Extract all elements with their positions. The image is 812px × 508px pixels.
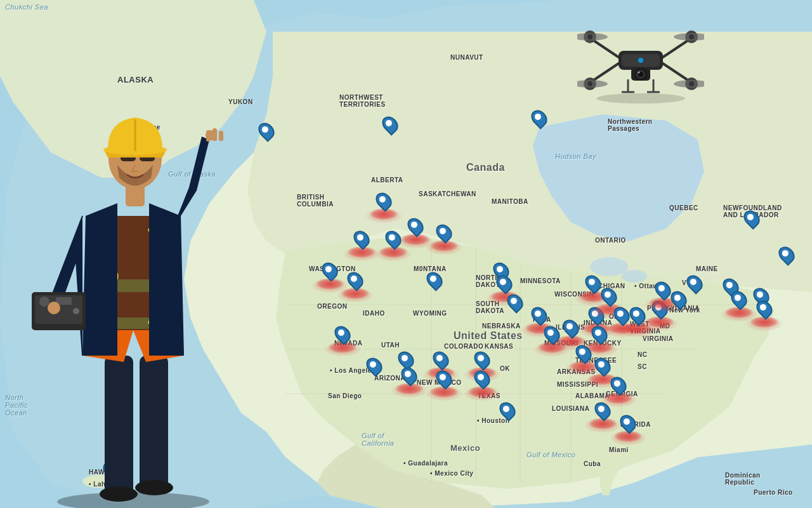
marker-miami	[621, 414, 635, 432]
svg-rect-29	[206, 130, 211, 142]
svg-point-42	[596, 93, 685, 104]
marker-houston	[501, 401, 514, 419]
svg-point-66	[638, 72, 640, 74]
marker-on-ny	[656, 281, 670, 298]
svg-point-25	[39, 297, 49, 307]
marker-wi-mi	[586, 274, 600, 292]
marker-nunavut	[532, 109, 546, 127]
marker-mi	[602, 287, 616, 305]
svg-rect-15	[105, 356, 133, 495]
svg-point-61	[638, 58, 643, 63]
marker-al-ga	[596, 357, 610, 375]
svg-point-41	[48, 302, 60, 314]
marker-sask-2	[437, 224, 451, 241]
marker-mo-in	[564, 319, 578, 337]
marker-ks	[475, 370, 489, 387]
marker-ga	[612, 376, 625, 394]
svg-point-4	[590, 257, 628, 276]
marker-nd-sd	[497, 274, 511, 292]
drone-figure	[577, 10, 704, 107]
svg-rect-31	[219, 131, 223, 141]
marker-ns	[780, 246, 794, 264]
marker-bc	[259, 122, 273, 140]
marker-co	[399, 351, 413, 368]
marker-co-2	[402, 366, 416, 384]
svg-point-26	[73, 308, 79, 314]
svg-rect-16	[140, 356, 168, 489]
marker-ks-ne	[475, 351, 489, 368]
svg-point-55	[587, 34, 593, 39]
marker-nm	[437, 370, 451, 387]
marker-nv-ca	[336, 325, 350, 343]
marker-nm-co	[434, 351, 448, 368]
marker-tn-ms	[577, 344, 591, 362]
marker-wa	[323, 262, 337, 279]
svg-point-18	[135, 480, 173, 495]
marker-vt-me	[688, 274, 702, 292]
svg-point-56	[689, 34, 694, 39]
marker-oh-pa	[615, 306, 629, 324]
svg-point-17	[100, 486, 138, 502]
marker-ns-3	[732, 290, 746, 308]
svg-point-58	[689, 81, 694, 86]
marker-nwt	[383, 116, 397, 133]
marker-mt	[428, 271, 442, 289]
marker-mn	[508, 293, 522, 311]
svg-point-57	[587, 81, 593, 86]
marker-fl-ga	[596, 401, 610, 419]
svg-point-5	[622, 270, 647, 283]
marker-ny	[672, 290, 686, 308]
marker-alberta	[377, 192, 391, 210]
marker-bc-wa	[355, 230, 369, 248]
marker-sask	[409, 217, 422, 235]
worker-figure	[13, 76, 254, 508]
marker-or-id	[348, 271, 362, 289]
marker-nfld	[745, 210, 759, 227]
marker-ut	[367, 357, 381, 375]
marker-ia-il	[532, 306, 546, 324]
marker-east-coast	[757, 300, 771, 318]
svg-rect-30	[213, 128, 217, 141]
